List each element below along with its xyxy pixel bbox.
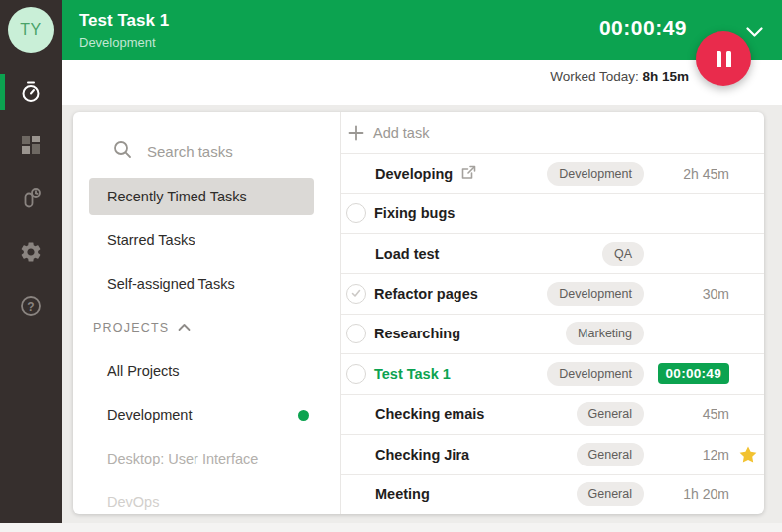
running-task-timer-badge: 00:00:49 [658, 363, 729, 384]
stopwatch-icon [19, 80, 43, 104]
project-label: Development [107, 407, 192, 423]
pause-button[interactable] [696, 31, 751, 86]
main-card: Recently Timed Tasks Starred Tasks Self-… [73, 112, 764, 514]
running-timer-value: 00:00:49 [599, 16, 687, 40]
nav-self-assigned-tasks[interactable]: Self-assigned Tasks [73, 265, 340, 303]
task-checkbox[interactable] [346, 203, 366, 223]
search-icon [113, 140, 145, 163]
worked-today-text: Worked Today: 8h 15m [550, 69, 689, 84]
project-label: DevOps [107, 494, 159, 510]
add-task-label: Add task [373, 125, 429, 141]
project-all-projects[interactable]: All Projects [73, 352, 340, 390]
sidebar-item-dashboard[interactable] [0, 127, 62, 163]
avatar[interactable]: TY [8, 7, 54, 53]
task-list: Add task Developing Development 2h 45m [340, 112, 764, 514]
task-name: Developing [375, 165, 547, 183]
active-project-dot [298, 410, 309, 421]
task-checkbox-checked[interactable] [346, 284, 366, 304]
project-badge: Development [547, 162, 644, 186]
project-badge: General [577, 402, 644, 426]
svg-text:?: ? [27, 300, 34, 314]
project-badge: General [577, 482, 644, 506]
project-badge: Development [547, 362, 644, 386]
check-icon [350, 285, 362, 303]
task-row-active[interactable]: Test Task 1 Development 00:00:49 [341, 354, 764, 394]
nav-label: Starred Tasks [107, 232, 195, 248]
help-icon: ? [19, 294, 43, 318]
project-desktop-user-interface[interactable]: Desktop: User Interface [73, 440, 340, 477]
task-name: Refactor pages [374, 286, 547, 302]
pause-icon [717, 51, 721, 67]
active-task-title: Test Task 1 [79, 11, 169, 31]
worked-today-label: Worked Today: [550, 69, 642, 84]
task-time: 45m [644, 406, 729, 422]
task-name: Checking Jira [375, 447, 577, 463]
task-name: Checking emais [375, 406, 577, 422]
projects-section-header[interactable]: PROJECTS [73, 309, 340, 346]
avatar-initials: TY [20, 21, 41, 39]
task-row[interactable]: Developing Development 2h 45m [341, 154, 764, 194]
time-capture-icon [19, 187, 43, 210]
project-devops[interactable]: DevOps [73, 483, 340, 514]
task-name: Meeting [375, 486, 577, 502]
nav-label: Recently Timed Tasks [107, 189, 247, 204]
add-task-row[interactable]: Add task [341, 112, 764, 154]
sidebar-item-settings[interactable] [0, 234, 62, 270]
dashboard-icon [20, 134, 42, 156]
chevron-down-icon[interactable] [746, 24, 763, 42]
task-row[interactable]: Load test QA [341, 234, 764, 274]
task-row[interactable]: Checking Jira General 12m [341, 435, 764, 474]
project-badge: QA [602, 242, 644, 266]
task-checkbox[interactable] [346, 324, 366, 343]
task-row[interactable]: Checking emais General 45m [341, 395, 764, 435]
task-row[interactable]: Meeting General 1h 20m [341, 475, 764, 514]
task-name: Test Task 1 [374, 366, 547, 382]
sidebar: TY [0, 0, 62, 523]
app-window: TY [0, 0, 782, 532]
task-name: Load test [375, 246, 602, 262]
task-row[interactable]: Fixing bugs [341, 194, 764, 233]
search-field[interactable] [73, 112, 340, 178]
worked-today-bar: Worked Today: 8h 15m [62, 60, 782, 105]
projects-header-label: PROJECTS [93, 321, 169, 334]
nav-label: Self-assigned Tasks [107, 276, 235, 292]
gear-icon [19, 240, 43, 264]
task-time: 2h 45m [644, 166, 729, 182]
project-badge: Marketing [566, 322, 644, 345]
nav-recently-timed-tasks[interactable]: Recently Timed Tasks [89, 178, 314, 215]
chevron-up-icon [178, 321, 191, 334]
star-icon[interactable] [738, 445, 758, 468]
sidebar-item-help[interactable]: ? [0, 288, 62, 324]
project-badge: General [577, 443, 644, 466]
project-development[interactable]: Development [73, 396, 340, 434]
task-filters-panel: Recently Timed Tasks Starred Tasks Self-… [73, 112, 340, 514]
search-input[interactable] [145, 142, 318, 161]
plus-icon [346, 125, 365, 141]
nav-starred-tasks[interactable]: Starred Tasks [73, 221, 340, 259]
task-row[interactable]: Researching Marketing [341, 315, 764, 354]
project-label: Desktop: User Interface [107, 451, 258, 466]
sidebar-item-integrations[interactable] [0, 181, 62, 216]
sidebar-item-timer[interactable] [0, 74, 62, 110]
task-time: 30m [644, 286, 729, 302]
task-time: 1h 20m [644, 486, 729, 502]
task-checkbox[interactable] [346, 364, 366, 384]
worked-today-value: 8h 15m [642, 69, 689, 84]
task-name: Fixing bugs [374, 205, 729, 221]
timer-header: Test Task 1 Development 00:00:49 [62, 0, 782, 60]
task-time: 12m [644, 447, 729, 463]
active-task-project: Development [79, 35, 156, 50]
project-badge: Development [547, 282, 644, 306]
task-row[interactable]: Refactor pages Development 30m [341, 274, 764, 314]
task-name: Researching [374, 326, 566, 341]
project-label: All Projects [107, 363, 180, 379]
external-link-icon[interactable] [461, 165, 476, 183]
